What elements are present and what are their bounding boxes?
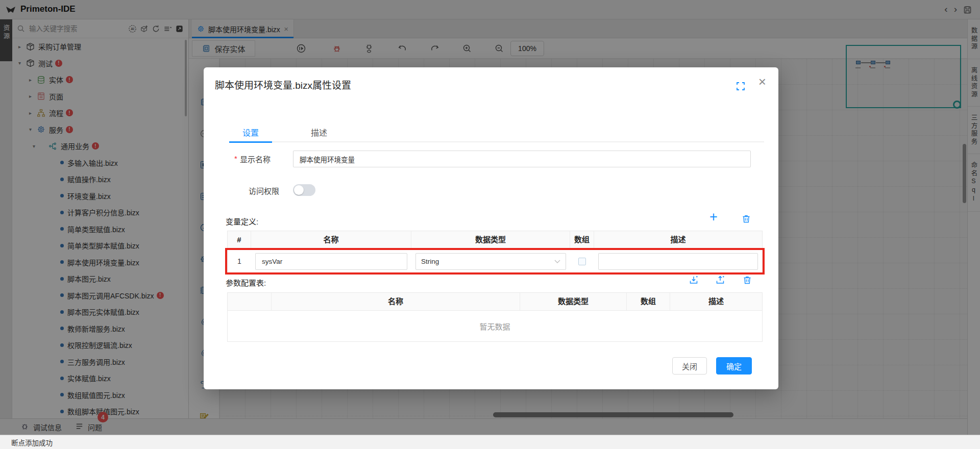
header-cell: 名称 bbox=[272, 293, 520, 310]
header-cell: 描述 bbox=[670, 293, 762, 310]
variable-type-select[interactable]: String bbox=[415, 253, 566, 270]
variable-row-index: 1 bbox=[228, 257, 251, 265]
variable-type-value: String bbox=[421, 258, 439, 265]
properties-dialog: 脚本使用环境变量.bizx属性设置 × 设置 描述 * 显示名称 访问权限 变量… bbox=[204, 67, 778, 389]
header-cell bbox=[228, 293, 272, 310]
access-permission-label: 访问权限 bbox=[249, 185, 279, 196]
variables-table-header: # 名称 数据类型 数组 描述 bbox=[228, 231, 762, 249]
header-cell: 数据类型 bbox=[411, 231, 570, 248]
dialog-tab-settings[interactable]: 设置 bbox=[229, 124, 272, 140]
header-cell: 描述 bbox=[594, 231, 762, 248]
params-table: 名称 数据类型 数组 描述 暂无数据 bbox=[227, 292, 763, 342]
dialog-title: 脚本使用环境变量.bizx属性设置 bbox=[215, 78, 351, 91]
header-cell: 数据类型 bbox=[520, 293, 627, 310]
export-icon[interactable] bbox=[715, 275, 725, 285]
close-button[interactable]: 关闭 bbox=[672, 357, 707, 375]
variable-row: 1 String bbox=[228, 249, 762, 273]
variables-table: # 名称 数据类型 数组 描述 1 String bbox=[227, 231, 763, 274]
dialog-tab-description[interactable]: 描述 bbox=[290, 124, 348, 140]
variable-desc-input[interactable] bbox=[598, 253, 758, 270]
import-icon[interactable] bbox=[689, 275, 699, 285]
primeton-ide-window: Primeton-IDE ‹› 资源 AI ▸采购订单管理▾测试!▸实体!▸页面… bbox=[0, 0, 980, 449]
variable-array-checkbox[interactable] bbox=[578, 258, 586, 265]
close-icon[interactable]: × bbox=[758, 74, 766, 89]
ok-button[interactable]: 确定 bbox=[716, 357, 752, 375]
variables-section-label: 变量定义: bbox=[226, 216, 258, 227]
required-asterisk: * bbox=[234, 154, 237, 163]
status-message: 断点添加成功 bbox=[11, 437, 53, 447]
params-section-label: 参数配置表: bbox=[226, 277, 266, 288]
display-name-label: 显示名称 bbox=[240, 154, 271, 164]
fullscreen-icon[interactable] bbox=[736, 81, 746, 91]
active-tab-underline bbox=[229, 141, 272, 143]
status-bar: 断点添加成功 bbox=[0, 435, 980, 449]
header-cell: 数组 bbox=[570, 231, 594, 248]
delete-param-icon[interactable] bbox=[742, 275, 752, 285]
access-permission-toggle[interactable] bbox=[293, 184, 315, 196]
delete-variable-icon[interactable] bbox=[741, 214, 751, 224]
params-table-header: 名称 数据类型 数组 描述 bbox=[228, 293, 762, 311]
display-name-input[interactable] bbox=[293, 151, 751, 167]
header-cell: 数组 bbox=[627, 293, 670, 310]
empty-placeholder: 暂无数据 bbox=[228, 311, 762, 341]
add-variable-icon[interactable]: + bbox=[709, 210, 718, 224]
tab-divider bbox=[229, 141, 764, 142]
chevron-down-icon bbox=[554, 260, 560, 263]
header-cell: 名称 bbox=[251, 231, 411, 248]
header-cell: # bbox=[228, 231, 251, 248]
variable-name-input[interactable] bbox=[255, 253, 407, 270]
